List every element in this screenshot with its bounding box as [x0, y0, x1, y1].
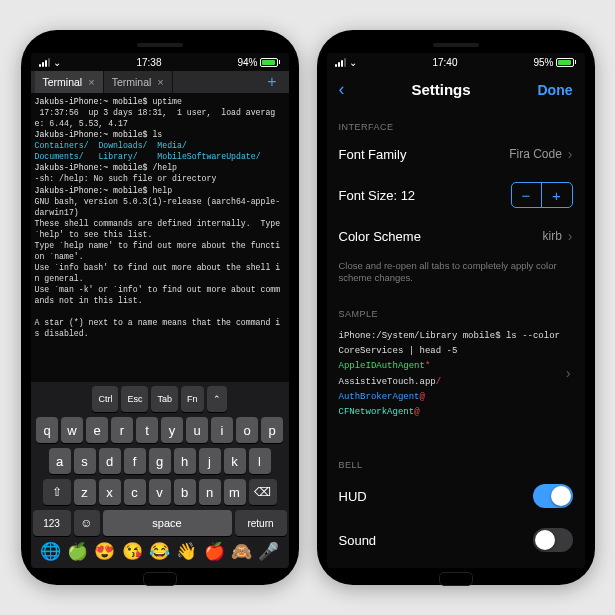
- signal-icon: [39, 58, 50, 67]
- key-p[interactable]: p: [261, 417, 283, 443]
- nav-bar: ‹ Settings Done: [327, 71, 585, 108]
- row-font-size: Font Size: 12 − +: [327, 172, 585, 218]
- key-m[interactable]: m: [224, 479, 246, 505]
- emoji[interactable]: 🍎: [204, 541, 225, 562]
- key-esc[interactable]: Esc: [121, 386, 148, 412]
- key-fn[interactable]: Fn: [181, 386, 204, 412]
- key-s[interactable]: s: [74, 448, 96, 474]
- emoji[interactable]: 😘: [122, 541, 143, 562]
- status-time: 17:40: [432, 57, 457, 68]
- key-g[interactable]: g: [149, 448, 171, 474]
- battery-pct: 95%: [533, 57, 553, 68]
- signal-icon: [335, 58, 346, 67]
- nav-title: Settings: [411, 81, 470, 98]
- sound-toggle[interactable]: [533, 528, 573, 552]
- key-e[interactable]: e: [86, 417, 108, 443]
- back-button[interactable]: ‹: [339, 79, 345, 100]
- chevron-right-icon: ›: [564, 363, 572, 387]
- key-b[interactable]: b: [174, 479, 196, 505]
- battery-icon: [556, 58, 576, 67]
- key-i[interactable]: i: [211, 417, 233, 443]
- key-y[interactable]: y: [161, 417, 183, 443]
- key-v[interactable]: v: [149, 479, 171, 505]
- status-time: 17:38: [136, 57, 161, 68]
- sample-preview[interactable]: iPhone:/System/Library mobile$ ls --colo…: [327, 323, 585, 427]
- key-shift[interactable]: ⇧: [43, 479, 71, 505]
- emoji[interactable]: 😂: [149, 541, 170, 562]
- done-button[interactable]: Done: [538, 82, 573, 98]
- home-button[interactable]: [439, 572, 473, 586]
- row-sound: Sound: [327, 518, 585, 562]
- close-icon[interactable]: ×: [157, 76, 163, 88]
- phone-right: ⌄ 17:40 95% ‹ Settings Done INTERFACE Fo…: [317, 30, 595, 585]
- row-color-scheme[interactable]: Color Scheme kirb ›: [327, 218, 585, 254]
- keyboard: Ctrl Esc Tab Fn ⌃ q w e r t y u i o p a …: [31, 382, 289, 568]
- speaker: [433, 43, 479, 47]
- key-t[interactable]: t: [136, 417, 158, 443]
- battery-pct: 94%: [237, 57, 257, 68]
- section-interface: INTERFACE: [327, 108, 585, 136]
- key-backspace[interactable]: ⌫: [249, 479, 277, 505]
- key-z[interactable]: z: [74, 479, 96, 505]
- tab-label: Terminal: [112, 76, 152, 88]
- key-d[interactable]: d: [99, 448, 121, 474]
- tab-bar: Terminal × Terminal × +: [31, 71, 289, 93]
- font-size-stepper: − +: [511, 182, 573, 208]
- tab-1[interactable]: Terminal ×: [35, 71, 104, 93]
- key-return[interactable]: return: [235, 510, 287, 536]
- key-r[interactable]: r: [111, 417, 133, 443]
- section-bell: BELL: [327, 446, 585, 474]
- key-c[interactable]: c: [124, 479, 146, 505]
- row-value: kirb: [542, 229, 561, 243]
- emoji[interactable]: 🙈: [231, 541, 252, 562]
- key-u[interactable]: u: [186, 417, 208, 443]
- status-bar: ⌄ 17:38 94%: [31, 53, 289, 71]
- tab-2[interactable]: Terminal ×: [104, 71, 173, 93]
- key-q[interactable]: q: [36, 417, 58, 443]
- screen-terminal: ⌄ 17:38 94% Terminal × Terminal × + Jaku…: [31, 53, 289, 568]
- wifi-icon: ⌄: [53, 57, 61, 68]
- row-hud: HUD: [327, 474, 585, 518]
- stepper-plus[interactable]: +: [542, 183, 572, 207]
- chevron-right-icon: ›: [568, 146, 573, 162]
- emoji[interactable]: 🍏: [67, 541, 88, 562]
- key-space[interactable]: space: [103, 510, 232, 536]
- tab-label: Terminal: [43, 76, 83, 88]
- emoji-row: 🌐 🍏 😍 😘 😂 👋 🍎 🙈 🎤: [33, 541, 287, 562]
- emoji[interactable]: 👋: [176, 541, 197, 562]
- wifi-icon: ⌄: [349, 57, 357, 68]
- key-a[interactable]: a: [49, 448, 71, 474]
- home-button[interactable]: [143, 572, 177, 586]
- key-emoji[interactable]: ☺: [74, 510, 100, 536]
- row-value: Fira Code: [509, 147, 562, 161]
- chevron-right-icon: ›: [568, 228, 573, 244]
- status-bar: ⌄ 17:40 95%: [327, 53, 585, 71]
- close-icon[interactable]: ×: [88, 76, 94, 88]
- phone-left: ⌄ 17:38 94% Terminal × Terminal × + Jaku…: [21, 30, 299, 585]
- key-j[interactable]: j: [199, 448, 221, 474]
- key-x[interactable]: x: [99, 479, 121, 505]
- key-l[interactable]: l: [249, 448, 271, 474]
- screen-settings: ⌄ 17:40 95% ‹ Settings Done INTERFACE Fo…: [327, 53, 585, 568]
- emoji[interactable]: 🎤: [258, 541, 279, 562]
- key-ctrl[interactable]: Ctrl: [92, 386, 118, 412]
- add-tab-button[interactable]: +: [259, 73, 284, 91]
- hud-toggle[interactable]: [533, 484, 573, 508]
- row-font-family[interactable]: Font Family Fira Code ›: [327, 136, 585, 172]
- key-w[interactable]: w: [61, 417, 83, 443]
- section-sample: SAMPLE: [327, 295, 585, 323]
- key-f[interactable]: f: [124, 448, 146, 474]
- row-label: Sound: [339, 533, 377, 548]
- key-123[interactable]: 123: [33, 510, 71, 536]
- stepper-minus[interactable]: −: [512, 183, 542, 207]
- key-h[interactable]: h: [174, 448, 196, 474]
- key-more[interactable]: ⌃: [207, 386, 227, 412]
- key-n[interactable]: n: [199, 479, 221, 505]
- key-tab[interactable]: Tab: [151, 386, 178, 412]
- terminal-output[interactable]: Jakubs-iPhone:~ mobile$ uptime 17:37:56 …: [31, 93, 289, 342]
- row-label: Color Scheme: [339, 229, 421, 244]
- emoji[interactable]: 🌐: [40, 541, 61, 562]
- key-k[interactable]: k: [224, 448, 246, 474]
- emoji[interactable]: 😍: [94, 541, 115, 562]
- key-o[interactable]: o: [236, 417, 258, 443]
